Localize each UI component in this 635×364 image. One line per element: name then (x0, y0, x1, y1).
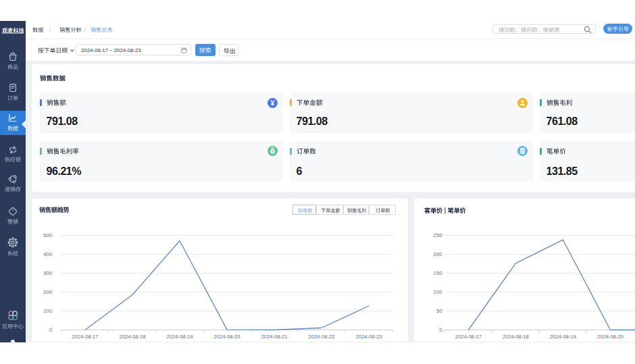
svg-text:2024-08-17: 2024-08-17 (72, 334, 99, 340)
svg-text:50: 50 (436, 308, 442, 314)
svg-text:0: 0 (439, 327, 442, 333)
svg-text:0: 0 (49, 327, 53, 333)
svg-text:300: 300 (43, 270, 53, 276)
svg-text:2024-08-20: 2024-08-20 (597, 334, 624, 340)
svg-text:200: 200 (434, 251, 443, 257)
svg-text:500: 500 (43, 232, 53, 238)
svg-text:2024-08-23: 2024-08-23 (356, 334, 382, 340)
svg-text:100: 100 (43, 308, 53, 314)
svg-text:2024-08-17: 2024-08-17 (455, 334, 482, 340)
svg-text:150: 150 (434, 270, 443, 276)
svg-text:100: 100 (434, 289, 443, 295)
svg-text:250: 250 (434, 232, 443, 238)
svg-text:2024-08-18: 2024-08-18 (120, 334, 146, 340)
svg-text:2024-08-20: 2024-08-20 (214, 334, 240, 340)
svg-text:400: 400 (43, 251, 53, 257)
svg-text:2024-08-21: 2024-08-21 (261, 334, 288, 340)
svg-text:2024-08-22: 2024-08-22 (309, 334, 335, 340)
svg-text:2024-08-19: 2024-08-19 (167, 334, 193, 340)
svg-text:200: 200 (43, 289, 53, 295)
svg-text:2024-08-18: 2024-08-18 (503, 334, 529, 340)
svg-text:2024-08-19: 2024-08-19 (550, 334, 576, 340)
